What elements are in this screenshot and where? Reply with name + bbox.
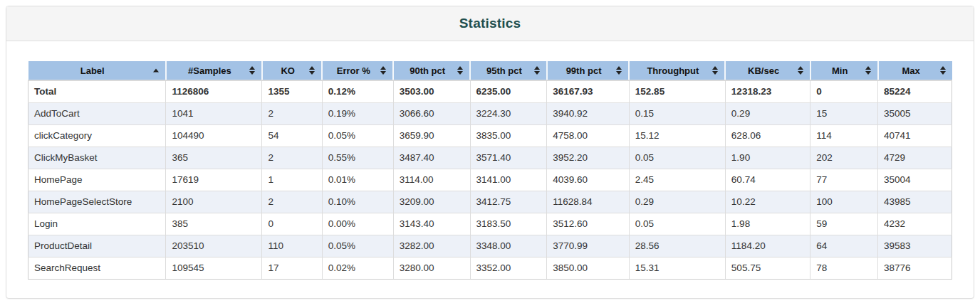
row-label-cell: HomePageSelectStore: [28, 191, 166, 213]
value-cell: 3183.50: [470, 213, 547, 235]
value-cell: 2: [262, 147, 322, 169]
column-header-label: 90th pct: [410, 65, 445, 76]
value-cell: 3141.00: [470, 169, 547, 191]
value-cell: 39583: [878, 235, 952, 257]
value-cell: 0.10%: [322, 191, 393, 213]
sort-both-icon: [309, 66, 315, 75]
sort-both-icon: [940, 66, 946, 75]
value-cell: 505.75: [725, 257, 810, 279]
value-cell: 0.05: [629, 147, 725, 169]
value-cell: 77: [810, 169, 878, 191]
value-cell: 152.85: [629, 80, 725, 102]
table-row: HomePageSelectStore210020.10%3209.003412…: [28, 191, 952, 213]
value-cell: 1.90: [725, 147, 810, 169]
value-cell: 0.15: [629, 102, 725, 124]
value-cell: 3770.99: [547, 235, 630, 257]
value-cell: 3352.00: [470, 257, 547, 279]
value-cell: 0.29: [725, 102, 810, 124]
value-cell: 1041: [166, 102, 262, 124]
value-cell: 365: [166, 147, 262, 169]
value-cell: 385: [166, 213, 262, 235]
value-cell: 3835.00: [470, 124, 547, 147]
value-cell: 17: [262, 257, 322, 279]
value-cell: 110: [262, 235, 322, 257]
value-cell: 109545: [166, 257, 262, 279]
column-header-label: Error %: [337, 65, 370, 76]
column-header-ko[interactable]: KO: [262, 61, 322, 80]
row-label-cell: SearchRequest: [28, 257, 166, 279]
column-header-90th-pct[interactable]: 90th pct: [393, 61, 470, 80]
column-header-label: Min: [832, 65, 848, 76]
value-cell: 17619: [166, 169, 262, 191]
column-header-label: #Samples: [188, 65, 231, 76]
value-cell: 3143.40: [393, 213, 470, 235]
value-cell: 4729: [878, 147, 952, 169]
value-cell: 12318.23: [725, 80, 810, 102]
value-cell: 3952.20: [547, 147, 630, 169]
value-cell: 3209.00: [393, 191, 470, 213]
column-header-label: 95th pct: [486, 65, 522, 76]
value-cell: 0.05%: [322, 235, 393, 257]
value-cell: 3503.00: [393, 80, 470, 102]
value-cell: 0.19%: [322, 102, 393, 124]
panel-body: Label#SamplesKOError %90th pct95th pct99…: [6, 41, 974, 299]
value-cell: 3282.00: [393, 235, 470, 257]
sort-both-icon: [616, 66, 622, 75]
value-cell: 0.55%: [322, 147, 393, 169]
column-header-label[interactable]: Label: [28, 61, 166, 80]
value-cell: 0.02%: [322, 257, 393, 279]
value-cell: 60.74: [725, 169, 810, 191]
page-title: Statistics: [17, 16, 963, 31]
value-cell: 0.05%: [322, 124, 393, 147]
value-cell: 38776: [878, 257, 952, 279]
sort-both-icon: [457, 66, 463, 75]
value-cell: 1126806: [166, 80, 262, 102]
table-row: AddToCart104120.19%3066.603224.303940.92…: [28, 102, 952, 124]
value-cell: 3348.00: [470, 235, 547, 257]
column-header-95th-pct[interactable]: 95th pct: [470, 61, 547, 80]
statistics-table: Label#SamplesKOError %90th pct95th pct99…: [28, 61, 952, 280]
column-header-label: Throughput: [647, 65, 699, 76]
value-cell: 3224.30: [470, 102, 547, 124]
value-cell: 3940.92: [547, 102, 630, 124]
column-header-error[interactable]: Error %: [322, 61, 393, 80]
value-cell: 203510: [166, 235, 262, 257]
value-cell: 1355: [262, 80, 322, 102]
column-header-max[interactable]: Max: [878, 61, 952, 80]
sort-both-icon: [249, 66, 255, 75]
value-cell: 0.01%: [322, 169, 393, 191]
column-header-label: Label: [80, 65, 105, 76]
value-cell: 3280.00: [393, 257, 470, 279]
value-cell: 54: [262, 124, 322, 147]
column-header-99th-pct[interactable]: 99th pct: [547, 61, 630, 80]
value-cell: 0: [262, 213, 322, 235]
value-cell: 3487.40: [393, 147, 470, 169]
value-cell: 4039.60: [547, 169, 630, 191]
value-cell: 2100: [166, 191, 262, 213]
column-header-min[interactable]: Min: [810, 61, 878, 80]
column-header-label: KB/sec: [748, 65, 779, 76]
value-cell: 4758.00: [547, 124, 630, 147]
sort-both-icon: [380, 66, 386, 75]
table-row: ClickMyBasket36520.55%3487.403571.403952…: [28, 147, 952, 169]
value-cell: 40741: [878, 124, 952, 147]
value-cell: 3512.60: [547, 213, 630, 235]
row-label-cell: Login: [28, 213, 166, 235]
value-cell: 3066.60: [393, 102, 470, 124]
value-cell: 628.06: [725, 124, 810, 147]
value-cell: 0.00%: [322, 213, 393, 235]
value-cell: 3114.00: [393, 169, 470, 191]
column-header-kb-sec[interactable]: KB/sec: [725, 61, 810, 80]
row-label-cell: HomePage: [28, 169, 166, 191]
value-cell: 1184.20: [725, 235, 810, 257]
sort-both-icon: [865, 66, 871, 75]
table-row: Login38500.00%3143.403183.503512.600.051…: [28, 213, 952, 235]
column-header-throughput[interactable]: Throughput: [629, 61, 725, 80]
table-row: ProductDetail2035101100.05%3282.003348.0…: [28, 235, 952, 257]
sort-both-icon: [534, 66, 540, 75]
value-cell: 0: [810, 80, 878, 102]
value-cell: 2: [262, 102, 322, 124]
row-label-cell: AddToCart: [28, 102, 166, 124]
column-header-label: Max: [902, 65, 919, 76]
column-header-samples[interactable]: #Samples: [166, 61, 262, 80]
